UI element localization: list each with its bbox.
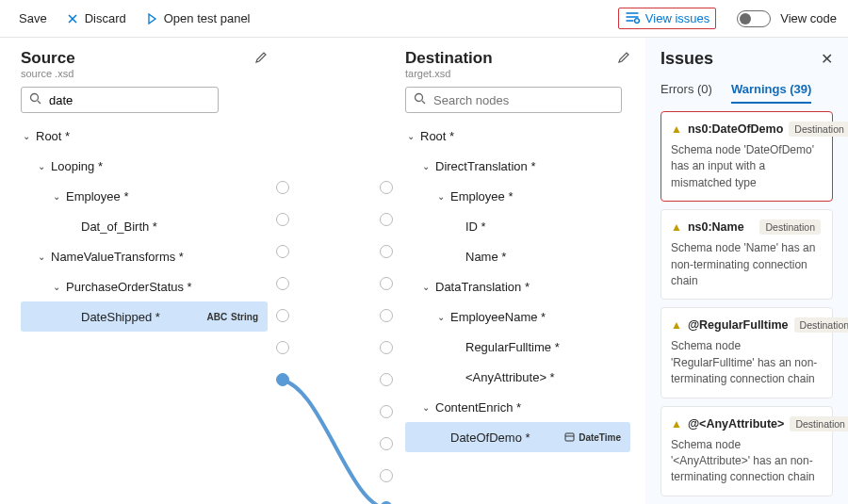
issues-icon xyxy=(625,10,640,26)
destination-subtitle: target.xsd xyxy=(405,68,630,79)
chevron-down-icon: ⌄ xyxy=(437,191,448,202)
discard-label: Discard xyxy=(85,11,126,25)
chevron-down-icon: ⌄ xyxy=(38,252,49,262)
open-test-panel-label: Open test panel xyxy=(164,11,251,25)
tree-node-dob[interactable]: Dat_of_Birth * xyxy=(21,211,268,241)
tree-node-id[interactable]: ID * xyxy=(405,211,630,241)
source-tree: ⌄ Root * ⌄ Looping * ⌄ Employee * Dat_of… xyxy=(21,121,268,332)
connection-line[interactable] xyxy=(283,380,386,504)
chevron-down-icon: ⌄ xyxy=(407,131,418,141)
toggle-knob xyxy=(740,13,751,24)
tree-node-employee[interactable]: ⌄ Employee * xyxy=(405,181,630,211)
warning-icon: ▲ xyxy=(671,122,682,136)
tree-node-empname[interactable]: ⌄ EmployeeName * xyxy=(405,301,630,332)
destination-pane: Destination target.xsd ⌄ Root * ⌄ xyxy=(386,38,645,504)
view-issues-label: View issues xyxy=(645,11,709,25)
tree-node-looping[interactable]: ⌄ Looping * xyxy=(21,151,268,181)
svg-point-1 xyxy=(31,94,39,102)
location-badge: Destination xyxy=(789,122,848,137)
port[interactable] xyxy=(380,405,393,418)
tree-node-contentenrich[interactable]: ⌄ ContentEnrich * xyxy=(405,392,630,422)
chevron-down-icon: ⌄ xyxy=(53,191,64,202)
view-issues-button[interactable]: View issues xyxy=(618,8,716,29)
discard-icon xyxy=(66,12,79,25)
issues-title: Issues xyxy=(660,49,713,69)
source-subtitle: source .xsd xyxy=(21,68,268,79)
chevron-down-icon: ⌄ xyxy=(422,161,433,171)
issue-message: Schema node 'DateOfDemo' has an input wi… xyxy=(671,142,821,191)
play-icon xyxy=(145,12,158,25)
issue-card[interactable]: ▲ ns0:DateOfDemo Destination Schema node… xyxy=(660,111,833,202)
tree-node-nvt[interactable]: ⌄ NameValueTransforms * xyxy=(21,241,268,271)
source-pane: Source source .xsd ⌄ Root * ⌄ Looping * … xyxy=(0,38,283,504)
discard-button[interactable]: Discard xyxy=(58,8,134,29)
location-badge: Destination xyxy=(790,416,848,431)
search-icon xyxy=(29,92,41,107)
top-toolbar: Save Discard Open test panel View issues… xyxy=(0,0,848,38)
port[interactable] xyxy=(380,213,393,226)
issue-message: Schema node 'RegularFulltime' has an non… xyxy=(671,338,821,387)
issue-card[interactable]: ▲ @RegularFulltime Destination Schema no… xyxy=(660,307,833,398)
open-test-panel-button[interactable]: Open test panel xyxy=(138,8,258,29)
chevron-down-icon: ⌄ xyxy=(53,282,64,292)
source-title: Source xyxy=(21,49,75,68)
source-search-input[interactable] xyxy=(47,92,210,108)
calendar-icon xyxy=(564,431,575,444)
location-badge: Destination xyxy=(794,317,848,333)
destination-search-input[interactable] xyxy=(432,92,613,108)
issue-card[interactable]: ▲ @<AnyAttribute> Destination Schema nod… xyxy=(660,406,833,496)
edit-source-icon[interactable] xyxy=(254,51,268,67)
destination-tree: ⌄ Root * ⌄ DirectTranslation * ⌄ Employe… xyxy=(405,121,630,452)
port[interactable] xyxy=(380,437,393,450)
main-area: Source source .xsd ⌄ Root * ⌄ Looping * … xyxy=(0,38,848,504)
type-datetime-badge: DateTime xyxy=(564,431,630,444)
tree-node-pos[interactable]: ⌄ PurchaseOrderStatus * xyxy=(21,271,268,301)
view-code-label: View code xyxy=(780,11,837,25)
tree-node-dateshipped[interactable]: DateShipped * ABC String xyxy=(21,301,268,332)
svg-rect-3 xyxy=(565,433,574,441)
edit-destination-icon[interactable] xyxy=(617,51,630,67)
tree-node-root[interactable]: ⌄ Root * xyxy=(21,121,268,151)
chevron-down-icon: ⌄ xyxy=(422,402,433,413)
warning-icon: ▲ xyxy=(671,318,682,332)
svg-point-2 xyxy=(416,94,423,102)
warning-icon: ▲ xyxy=(671,220,682,234)
abc-icon: ABC xyxy=(206,312,227,322)
destination-search[interactable] xyxy=(405,87,622,113)
port[interactable] xyxy=(380,181,393,194)
issues-tabs: Errors (0) Warnings (39) xyxy=(660,82,833,104)
tab-warnings[interactable]: Warnings (39) xyxy=(731,82,811,104)
tree-node-root[interactable]: ⌄ Root * xyxy=(405,121,630,151)
issue-card[interactable]: ▲ ns0:Name Destination Schema node 'Name… xyxy=(660,209,833,300)
type-string-badge: ABC String xyxy=(206,312,268,322)
chevron-down-icon: ⌄ xyxy=(23,131,34,141)
tree-node-direct[interactable]: ⌄ DirectTranslation * xyxy=(405,151,630,181)
issue-message: Schema node 'Name' has an non-terminatin… xyxy=(671,240,821,289)
tree-node-anyattr[interactable]: <AnyAttribute> * xyxy=(405,362,630,392)
tree-node-employee[interactable]: ⌄ Employee * xyxy=(21,181,268,211)
close-issues-icon[interactable]: ✕ xyxy=(821,50,833,68)
svg-point-0 xyxy=(634,19,639,24)
source-search[interactable] xyxy=(21,87,219,113)
chevron-down-icon: ⌄ xyxy=(437,312,448,322)
port[interactable] xyxy=(380,277,393,290)
issues-list: ▲ ns0:DateOfDemo Destination Schema node… xyxy=(660,111,833,496)
destination-title: Destination xyxy=(405,49,493,68)
port[interactable] xyxy=(380,341,393,354)
tab-errors[interactable]: Errors (0) xyxy=(660,82,712,104)
search-icon xyxy=(414,92,426,107)
port[interactable] xyxy=(380,309,393,322)
tree-node-datatrans[interactable]: ⌄ DataTranslation * xyxy=(405,271,630,301)
port[interactable] xyxy=(380,469,393,482)
save-button[interactable]: Save xyxy=(11,8,55,29)
chevron-down-icon: ⌄ xyxy=(422,282,433,292)
port[interactable] xyxy=(380,373,393,386)
tree-node-dateofdemo[interactable]: DateOfDemo * DateTime xyxy=(405,422,630,452)
warning-icon: ▲ xyxy=(671,417,682,431)
location-badge: Destination xyxy=(759,219,821,235)
port[interactable] xyxy=(380,245,393,258)
chevron-down-icon: ⌄ xyxy=(38,161,49,171)
tree-node-regft[interactable]: RegularFulltime * xyxy=(405,332,630,362)
tree-node-name[interactable]: Name * xyxy=(405,241,630,271)
view-code-toggle[interactable] xyxy=(737,10,771,27)
